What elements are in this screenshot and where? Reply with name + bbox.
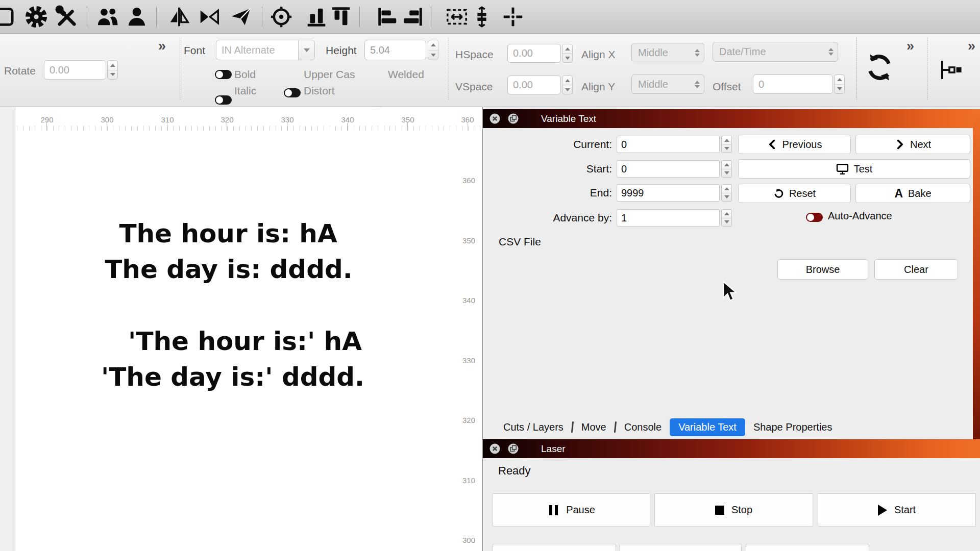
close-icon[interactable] bbox=[489, 443, 500, 454]
overflow-chevron[interactable]: » bbox=[906, 38, 914, 54]
ruler-label: 340 bbox=[453, 296, 475, 305]
gear-icon[interactable] bbox=[24, 5, 48, 29]
laser-header[interactable]: Laser bbox=[483, 439, 980, 458]
ruler-minor-ticks bbox=[17, 126, 482, 131]
laser-extra-button[interactable] bbox=[746, 544, 869, 551]
tab-console[interactable]: Console bbox=[618, 419, 668, 436]
bake-button[interactable]: A Bake bbox=[855, 184, 970, 203]
tab-variable-text[interactable]: Variable Text bbox=[670, 418, 745, 436]
start-button[interactable]: Start bbox=[818, 493, 976, 527]
tab-cuts-layers[interactable]: Cuts / Layers bbox=[497, 419, 570, 436]
tab-separator bbox=[571, 421, 574, 433]
ruler-label: 290 bbox=[36, 115, 58, 124]
distribute-vertical-icon[interactable] bbox=[470, 5, 494, 29]
tab-shape-properties[interactable]: Shape Properties bbox=[747, 419, 839, 436]
crosshair-icon[interactable] bbox=[501, 5, 525, 29]
font-select[interactable]: IN Alternate bbox=[216, 40, 315, 60]
previous-button[interactable]: Previous bbox=[738, 135, 851, 154]
window-icon[interactable] bbox=[0, 5, 15, 29]
start-label: Start: bbox=[483, 162, 612, 176]
tab-move[interactable]: Move bbox=[575, 419, 612, 436]
ruler-label: 340 bbox=[336, 115, 359, 124]
target-icon[interactable] bbox=[270, 5, 293, 29]
vertical-ruler bbox=[0, 107, 15, 551]
user-group-icon[interactable] bbox=[96, 5, 119, 29]
vspace-input[interactable] bbox=[507, 76, 561, 94]
auto-advance-toggle[interactable] bbox=[806, 213, 823, 222]
variable-text-header[interactable]: Variable Text bbox=[483, 109, 980, 128]
toolbar-dotted-separator bbox=[180, 37, 180, 100]
align-y-select[interactable]: Middle bbox=[631, 74, 704, 94]
stop-button[interactable]: Stop bbox=[654, 493, 813, 527]
hspace-label: HSpace bbox=[455, 48, 494, 61]
align-bottom-icon[interactable] bbox=[305, 5, 328, 29]
resize-width-icon[interactable] bbox=[445, 5, 469, 29]
offset-stepper[interactable] bbox=[834, 74, 845, 94]
canvas-text-object[interactable]: The hour is: hA bbox=[119, 218, 337, 249]
close-icon[interactable] bbox=[489, 113, 500, 124]
send-plane-icon[interactable] bbox=[229, 5, 253, 29]
browse-button[interactable]: Browse bbox=[777, 259, 868, 280]
align-left-icon[interactable] bbox=[376, 5, 400, 29]
hspace-stepper[interactable] bbox=[562, 44, 573, 63]
start-input[interactable] bbox=[617, 160, 720, 178]
toolbar-separator bbox=[156, 7, 157, 27]
height-input[interactable] bbox=[364, 40, 426, 60]
dock-panel-area: Variable Text Current: Start: End: Advan… bbox=[482, 107, 980, 551]
ruler-label: 320 bbox=[453, 416, 475, 424]
hspace-input[interactable] bbox=[507, 44, 561, 63]
clear-label: Clear bbox=[904, 264, 928, 276]
float-pane-icon[interactable] bbox=[508, 113, 519, 124]
updown-chevrons-icon bbox=[695, 49, 700, 57]
auto-advance-label: Auto-Advance bbox=[828, 210, 892, 222]
upper-case-toggle[interactable] bbox=[284, 88, 301, 97]
end-stepper[interactable] bbox=[721, 184, 732, 202]
ruler-label: 300 bbox=[96, 115, 118, 124]
laser-extra-button[interactable] bbox=[493, 544, 616, 551]
ruler-label: 300 bbox=[453, 536, 475, 544]
tools-icon[interactable] bbox=[55, 5, 79, 29]
vspace-stepper[interactable] bbox=[562, 76, 573, 94]
offset-input[interactable] bbox=[753, 74, 833, 94]
laser-status: Ready bbox=[498, 464, 531, 478]
updown-chevrons-icon bbox=[695, 81, 700, 88]
current-stepper[interactable] bbox=[721, 136, 732, 153]
text-property-toolbar: Rotate » Font IN Alternate Height Bold I… bbox=[0, 34, 980, 107]
panel-tabbar: Cuts / Layers Move Console Variable Text… bbox=[483, 417, 980, 437]
user-icon[interactable] bbox=[125, 5, 149, 29]
overflow-chevron[interactable]: » bbox=[158, 38, 166, 54]
mirror-vertical-icon[interactable] bbox=[167, 5, 191, 29]
pause-button[interactable]: Pause bbox=[493, 493, 650, 527]
height-stepper[interactable] bbox=[428, 40, 438, 60]
canvas-text-object[interactable]: 'The hour is:' hA bbox=[128, 325, 362, 357]
align-top-icon[interactable] bbox=[329, 5, 353, 29]
start-stepper[interactable] bbox=[721, 160, 732, 178]
test-button[interactable]: Test bbox=[738, 159, 970, 179]
ruler-label: 320 bbox=[216, 115, 238, 124]
rotate-stepper[interactable] bbox=[107, 60, 118, 80]
canvas-text-object[interactable]: 'The day is:' dddd. bbox=[101, 361, 364, 393]
overflow-chevron[interactable]: » bbox=[968, 38, 975, 54]
next-button[interactable]: Next bbox=[855, 135, 970, 154]
align-right-icon[interactable] bbox=[401, 5, 424, 29]
laser-extra-button[interactable] bbox=[620, 544, 742, 551]
italic-toggle[interactable] bbox=[215, 95, 232, 105]
current-input[interactable] bbox=[617, 136, 720, 153]
node-edit-icon[interactable] bbox=[938, 58, 963, 82]
design-canvas[interactable]: 290 300 310 320 330 340 350 360 360 350 … bbox=[0, 107, 482, 551]
end-input[interactable] bbox=[617, 184, 720, 202]
canvas-text-object[interactable]: The day is: dddd. bbox=[105, 254, 352, 285]
refresh-icon[interactable] bbox=[865, 53, 894, 82]
chevron-down-icon[interactable] bbox=[298, 40, 314, 60]
float-pane-icon[interactable] bbox=[508, 443, 519, 454]
datetime-select[interactable]: Date/Time bbox=[713, 42, 838, 62]
rotate-input[interactable] bbox=[44, 60, 106, 80]
clear-button[interactable]: Clear bbox=[874, 259, 958, 280]
mirror-horizontal-icon[interactable] bbox=[198, 5, 221, 29]
reset-button[interactable]: Reset bbox=[738, 184, 851, 203]
align-x-select[interactable]: Middle bbox=[631, 43, 704, 62]
bake-label: Bake bbox=[908, 188, 932, 199]
bold-toggle[interactable] bbox=[215, 70, 232, 79]
advance-by-stepper[interactable] bbox=[721, 209, 732, 227]
advance-by-input[interactable] bbox=[617, 209, 720, 227]
